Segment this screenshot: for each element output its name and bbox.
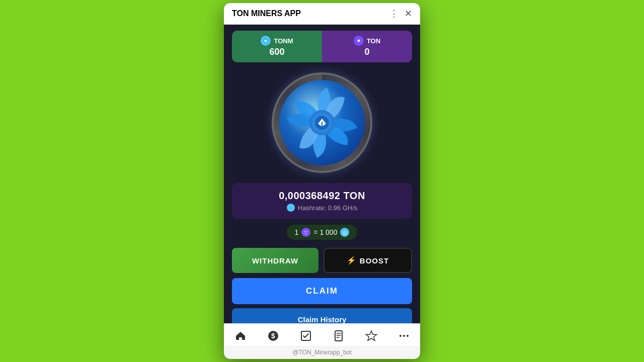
action-row: WITHDRAW ⚡ BOOST (232, 248, 412, 273)
nav-home[interactable] (234, 330, 247, 342)
ton-icon (354, 36, 364, 46)
tonm-balance-section: TONM 600 (232, 31, 322, 62)
nav-dollar[interactable]: $ (267, 330, 279, 342)
ton-label: TON (354, 36, 380, 46)
tonm-value: 600 (269, 47, 284, 57)
exchange-rate: 1 ▽ = 1 000 ◎ (287, 225, 358, 240)
mining-amount-box: 0,000368492 TON Hashrate: 0.96 GH/s (232, 183, 412, 219)
hashrate: Hashrate: 0.96 GH/s (240, 204, 404, 212)
checklist-icon (300, 330, 312, 342)
app-window: TON MINERS APP ⋮ ✕ TONM 600 (224, 3, 420, 359)
svg-rect-6 (335, 331, 342, 341)
svg-text:$: $ (271, 332, 275, 340)
bottom-nav: $ (224, 323, 420, 346)
more-options-icon[interactable]: ⋮ (389, 8, 398, 19)
title-bar: TON MINERS APP ⋮ ✕ (224, 3, 420, 25)
document-icon (333, 330, 345, 342)
boost-icon: ⚡ (347, 256, 357, 265)
claim-button[interactable]: CLAIM (232, 278, 412, 304)
hashrate-icon (287, 204, 295, 212)
title-bar-actions: ⋮ ✕ (389, 8, 412, 19)
close-icon[interactable]: ✕ (405, 8, 412, 19)
tonm-label: TONM (261, 36, 293, 46)
ton-value: 0 (364, 47, 369, 57)
main-content: TONM 600 TON 0 (224, 25, 420, 323)
nav-tasks[interactable] (300, 330, 312, 342)
more-icon (398, 330, 410, 342)
balance-bar: TONM 600 TON 0 (232, 31, 412, 62)
svg-point-7 (399, 335, 401, 337)
ton-badge: ▽ (301, 228, 310, 237)
svg-point-9 (407, 335, 409, 337)
fan-outer-ring (272, 72, 372, 173)
dollar-icon: $ (267, 330, 279, 342)
tonm-badge: ◎ (340, 228, 349, 237)
home-icon (234, 330, 247, 342)
fan-inner (279, 80, 365, 165)
withdraw-button[interactable]: WITHDRAW (232, 248, 318, 273)
nav-star[interactable] (365, 330, 377, 342)
claim-history-partial: Claim History (232, 308, 412, 323)
star-icon (365, 330, 377, 342)
nav-more[interactable] (398, 330, 410, 342)
claim-history-button[interactable]: Claim History (232, 308, 412, 323)
ton-balance-section: TON 0 (322, 31, 412, 62)
nav-document[interactable] (333, 330, 345, 342)
mining-amount: 0,000368492 TON (240, 190, 404, 202)
svg-point-8 (403, 335, 405, 337)
ton-logo-svg (314, 115, 330, 130)
fan-center (309, 110, 335, 135)
boost-button[interactable]: ⚡ BOOST (324, 248, 412, 273)
bot-label: @TON_Minerapp_bot (224, 346, 420, 359)
miner-fan[interactable] (272, 72, 372, 173)
app-title: TON MINERS APP (232, 9, 301, 18)
tonm-icon (261, 36, 271, 46)
